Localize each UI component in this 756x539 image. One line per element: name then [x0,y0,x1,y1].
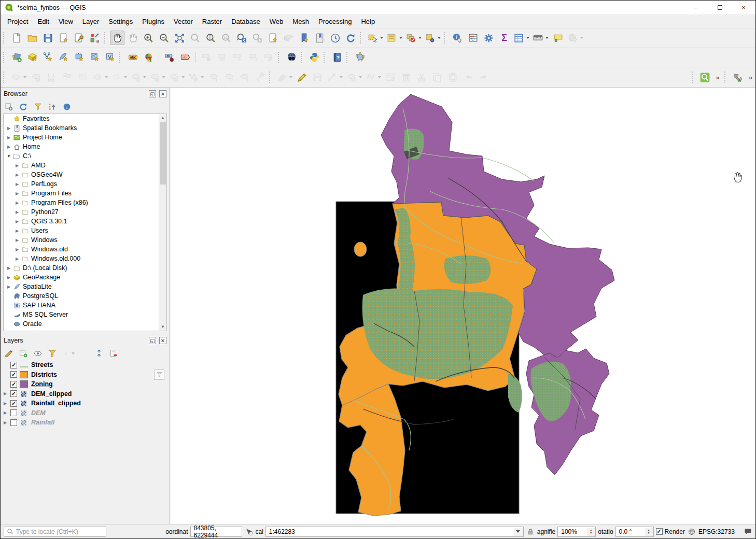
toolbar-grip[interactable] [346,52,351,63]
expand-icon[interactable]: ▶ [6,145,12,149]
menu-processing[interactable]: Processing [314,16,356,27]
toolbar-grip[interactable] [724,72,729,83]
style-manager-button[interactable]: a [87,31,102,45]
expand-icon[interactable]: ▶ [14,201,20,205]
new-spatial-bookmark-button[interactable] [297,31,311,45]
zoom-out-button[interactable] [157,31,171,45]
layers-float-button[interactable]: ◱ [149,337,156,344]
browser-item[interactable]: ▶AMD [4,161,166,170]
open-project-button[interactable] [25,31,39,45]
browser-item[interactable]: ▶Python27 [4,207,166,217]
dropdown-arrow-icon[interactable] [124,76,127,78]
layer-row[interactable]: ▶DEM [1,408,170,418]
toolbar-grip[interactable] [3,52,7,63]
layer-visibility-checkbox[interactable] [10,409,17,416]
toolbar-grip[interactable] [301,52,305,63]
layer-visibility-checkbox[interactable]: ✓ [10,400,17,407]
layer-expand-icon[interactable]: ▶ [4,410,9,415]
layer-expand-icon[interactable]: ▶ [4,391,9,396]
crs-status[interactable]: EPSG:32733 [698,528,735,535]
dropdown-arrow-icon[interactable] [105,76,108,78]
toolbar-grip[interactable] [119,52,123,63]
map-tips-button[interactable] [551,31,565,45]
menu-project[interactable]: Project [3,16,33,27]
properties-widget-button[interactable]: i [61,101,73,113]
dropdown-arrow-icon[interactable] [340,76,343,78]
browser-item[interactable]: Favorites [4,114,166,123]
crs-globe-icon[interactable] [687,527,696,536]
new-virtual-layer-button[interactable] [103,50,117,65]
browser-item[interactable]: ▶Home [4,142,166,151]
expand-icon[interactable]: ▶ [6,275,12,280]
rotation-spin-buttons[interactable]: ▲▼ [645,528,653,536]
toolbar-grip[interactable] [269,72,273,83]
render-checkbox[interactable]: ✓ Render [656,528,685,535]
scale-dropdown-icon[interactable] [514,528,523,536]
expand-icon[interactable]: ▶ [14,247,20,252]
collapse-all-browser-button[interactable] [46,101,59,113]
toolbar-grip[interactable] [278,52,282,63]
manage-map-themes-button[interactable] [32,347,44,360]
toolbar-grip[interactable] [3,32,7,44]
dropdown-arrow-icon[interactable] [23,76,26,78]
browser-item[interactable]: ▶Spatial Bookmarks [4,123,166,133]
browser-item[interactable]: Oracle [4,319,166,329]
processing-toolbox-button[interactable] [481,31,496,45]
browser-item[interactable]: ▶SpatiaLite [4,282,166,291]
toolbar-grip[interactable] [104,32,108,44]
new-spatialite-layer-button[interactable] [56,50,71,65]
locate-input[interactable]: Type to locate (Ctrl+K) [4,527,106,537]
new-map-view-button[interactable] [265,31,280,45]
zoom-in-button[interactable] [141,31,156,45]
scrollbar-thumb[interactable] [160,122,166,185]
expand-all-layers-button[interactable] [78,347,91,360]
dropdown-arrow-icon[interactable] [201,76,204,78]
menu-settings[interactable]: Settings [104,16,137,27]
browser-item[interactable]: ▶PerfLogs [4,179,166,189]
menu-web[interactable]: Web [265,16,288,27]
toggle-editing-button[interactable] [295,70,309,84]
collapse-icon[interactable]: ▼ [6,154,12,159]
browser-item[interactable]: ▶QGIS 3.30.1 [4,217,166,226]
layer-visibility-checkbox[interactable] [10,419,17,426]
browser-item[interactable]: ▼C:\ [4,151,166,161]
dropdown-arrow-icon[interactable] [399,37,402,39]
layer-diagrams-button[interactable] [141,50,156,65]
messages-icon[interactable] [743,527,752,536]
dropdown-arrow-icon[interactable] [545,37,549,39]
filter-browser-button[interactable] [32,101,44,113]
data-source-manager-button[interactable] [9,50,24,65]
lock-scale-icon[interactable] [526,527,535,536]
expand-icon[interactable]: ▶ [14,210,20,215]
save-project-button[interactable] [40,31,55,45]
processing-tools-button[interactable] [731,70,745,84]
layer-visibility-checkbox[interactable]: ✓ [10,371,17,378]
map-canvas[interactable] [171,88,756,525]
extents-toggle-icon[interactable] [244,527,254,536]
remove-layer-button[interactable] [107,347,120,360]
dropdown-arrow-icon[interactable] [162,76,165,78]
menu-view[interactable]: View [54,16,78,27]
toolbar-grip[interactable] [360,32,364,44]
statistical-summary-button[interactable]: Σ [497,31,511,45]
dropdown-arrow-icon[interactable] [380,37,383,39]
expand-icon[interactable]: ▶ [14,229,20,233]
help-contents-button[interactable]: ? [330,50,344,65]
select-features-button[interactable] [366,31,384,45]
layer-row[interactable]: ▶✓DEM_clipped [1,389,170,399]
scale-combo[interactable]: 1:462283 [265,527,524,537]
select-by-value-button[interactable] [385,31,403,45]
measure-button[interactable] [531,31,550,45]
layer-labeling-button[interactable]: abc [125,50,140,65]
layer-row[interactable]: ▶✓Rainfall_clipped [1,399,170,408]
menu-edit[interactable]: Edit [33,16,53,27]
browser-item[interactable]: ▶Users [4,226,166,235]
browser-item[interactable]: ▶Windows [4,235,166,245]
browser-item[interactable]: PostgreSQL [4,291,166,301]
topology-checker-button[interactable] [353,50,367,65]
zoom-to-layer-button[interactable] [203,31,218,45]
new-shapefile-layer-button[interactable] [40,50,55,65]
refresh-map-button[interactable] [343,31,358,45]
new-print-layout-button[interactable] [56,31,71,45]
minimize-button[interactable]: – [684,1,708,15]
